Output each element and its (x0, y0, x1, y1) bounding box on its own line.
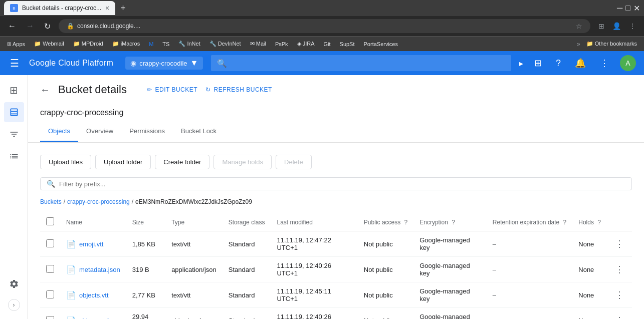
tab-bucket-lock[interactable]: Bucket Lock (173, 121, 225, 142)
back-button[interactable]: ← (6, 20, 18, 33)
breadcrumb-buckets[interactable]: Buckets (40, 198, 62, 205)
expand-nav-button[interactable]: › (8, 299, 20, 311)
project-dropdown-arrow: ▼ (190, 59, 198, 68)
file-name-cell: 📄 objects.vtt (66, 290, 120, 300)
more-bookmarks-button[interactable]: » (577, 41, 580, 48)
left-nav: ⊞ › (0, 75, 28, 319)
upload-folder-button[interactable]: Upload folder (95, 155, 151, 169)
bookmarks-mail[interactable]: ✉ Mail (247, 40, 269, 48)
extensions-icon[interactable]: ⊞ (596, 21, 606, 31)
row-checkbox[interactable] (46, 239, 54, 247)
upload-files-button[interactable]: Upload files (40, 155, 91, 169)
nav-icon-filter[interactable] (4, 124, 24, 144)
bookmarks-devinet[interactable]: 🔧 DevInNet (206, 40, 244, 48)
search-bar[interactable]: 🔍 (211, 55, 511, 71)
new-tab-button[interactable]: + (117, 3, 129, 14)
file-retention: – (487, 231, 572, 257)
bookmarks-pspk[interactable]: PsPk (272, 40, 291, 48)
create-folder-button[interactable]: Create folder (155, 155, 209, 169)
console-icon[interactable]: ⊞ (531, 55, 545, 72)
row-more-button[interactable]: ⋮ (613, 289, 626, 301)
lock-icon: 🔒 (67, 23, 74, 30)
project-selector[interactable]: ◉ crappy-crocodile ▼ (125, 57, 203, 70)
bookmarks-imacros[interactable]: 📁 iMacros (109, 40, 143, 48)
browser-tab[interactable]: B Bucket details - crappy-croc... × (4, 1, 115, 15)
bookmarks-m[interactable]: M (146, 40, 156, 48)
address-input[interactable]: 🔒 console.cloud.google.... ☆ (59, 19, 590, 33)
tab-overview[interactable]: Overview (78, 121, 121, 142)
star-icon[interactable]: ☆ (576, 22, 582, 30)
tab-objects[interactable]: Objects (40, 121, 78, 142)
row-more-button[interactable]: ⋮ (613, 314, 626, 319)
help-icon[interactable]: ? (553, 55, 564, 72)
refresh-button[interactable]: ↻ (42, 20, 53, 33)
refresh-bucket-button[interactable]: ↻ REFRESH BUCKET (205, 86, 272, 93)
tab-permissions[interactable]: Permissions (121, 121, 173, 142)
public-access-help-icon[interactable]: ? (404, 219, 408, 226)
address-actions: ⊞ 👤 ⋮ (596, 21, 638, 31)
bookmarks-mpdroid[interactable]: 📁 MPDroid (70, 40, 106, 48)
nav-icon-home[interactable]: ⊞ (4, 80, 24, 100)
encryption-help-icon[interactable]: ? (452, 219, 455, 226)
manage-holds-button[interactable]: Manage holds (213, 155, 272, 169)
file-storage-class: Standard (223, 231, 271, 257)
bookmarks-inet[interactable]: 🔧 InNet (175, 40, 203, 48)
bookmarks-apps[interactable]: ⊞ Apps (4, 40, 28, 48)
file-name-link[interactable]: objects.vtt (79, 291, 109, 299)
bookmarks-portaservices[interactable]: PortaServices (361, 40, 401, 48)
delete-button[interactable]: Delete (276, 155, 312, 169)
bookmarks-jira[interactable]: ◈ JIRA (294, 40, 318, 48)
file-retention: – (487, 308, 572, 320)
edit-bucket-button[interactable]: ✏ EDIT BUCKET (147, 86, 197, 93)
col-name: Name (60, 213, 126, 231)
file-type: text/vtt (165, 231, 223, 257)
bookmarks-ts[interactable]: TS (159, 40, 172, 48)
file-last-modified: 11.11.19, 12:40:26 UTC+1 (271, 257, 357, 282)
table-row: 📄 objects.vtt 2,77 KB text/vtt Standard … (40, 282, 632, 308)
row-checkbox[interactable] (46, 316, 54, 320)
main-container: ⊞ › ← Bucket details ✏ EDIT BUCKET (0, 75, 644, 319)
search-input[interactable] (231, 60, 505, 67)
filter-input[interactable] (59, 180, 625, 188)
retention-help-icon[interactable]: ? (563, 219, 567, 226)
bookmarks-supst[interactable]: SupSt (337, 40, 358, 48)
bookmarks-git[interactable]: Git (320, 40, 333, 48)
col-public-access: Public access ? (358, 213, 413, 231)
profile-icon[interactable]: 👤 (610, 21, 623, 31)
file-type: video/mp4 (165, 308, 223, 320)
content-area: ← Bucket details ✏ EDIT BUCKET ↻ REFRESH… (28, 75, 644, 319)
file-holds: None (572, 257, 607, 282)
project-name: crappy-crocodile (139, 60, 187, 67)
nav-icon-settings[interactable] (4, 274, 24, 294)
holds-help-icon[interactable]: ? (597, 219, 601, 226)
breadcrumb-current-path: eEM3NmRoZExDMWlxc2ZJdkJsZGpoZz09 (135, 198, 252, 205)
page-header: ← Bucket details ✏ EDIT BUCKET ↻ REFRESH… (28, 75, 644, 143)
row-more-button[interactable]: ⋮ (613, 238, 626, 250)
menu-icon[interactable]: ⋮ (627, 21, 638, 31)
page-header-top: ← Bucket details ✏ EDIT BUCKET ↻ REFRESH… (40, 83, 632, 96)
nav-icon-list[interactable] (4, 146, 24, 166)
hamburger-menu[interactable]: ☰ (8, 55, 21, 71)
tab-title: Bucket details - crappy-croc... (22, 5, 101, 12)
more-options-icon[interactable]: ⋮ (597, 55, 612, 72)
breadcrumb-bucket-name[interactable]: crappy-croc-processing (67, 198, 130, 205)
forward-button[interactable]: → (24, 20, 36, 33)
file-name-link[interactable]: metadata.json (79, 266, 120, 273)
avatar[interactable]: A (620, 55, 636, 71)
row-checkbox[interactable] (46, 265, 54, 273)
bookmarks-webmail[interactable]: 📁 Webmail (31, 40, 67, 48)
tab-close-button[interactable]: × (105, 4, 109, 12)
other-bookmarks[interactable]: 📁 Other bookmarks (583, 40, 640, 48)
col-holds: Holds ? (572, 213, 607, 231)
nav-icon-storage[interactable] (4, 102, 24, 122)
row-checkbox[interactable] (46, 290, 54, 298)
file-holds: None (572, 308, 607, 320)
file-name-link[interactable]: video.mp4 (79, 317, 109, 320)
row-more-button[interactable]: ⋮ (613, 263, 626, 275)
search-expand-icon[interactable]: ▸ (519, 59, 523, 68)
file-name-link[interactable]: emoji.vtt (79, 240, 103, 248)
back-navigation-button[interactable]: ← (40, 84, 50, 96)
select-all-checkbox[interactable] (46, 217, 54, 225)
notifications-icon[interactable]: 🔔 (572, 55, 589, 72)
address-text: console.cloud.google.... (77, 23, 140, 30)
